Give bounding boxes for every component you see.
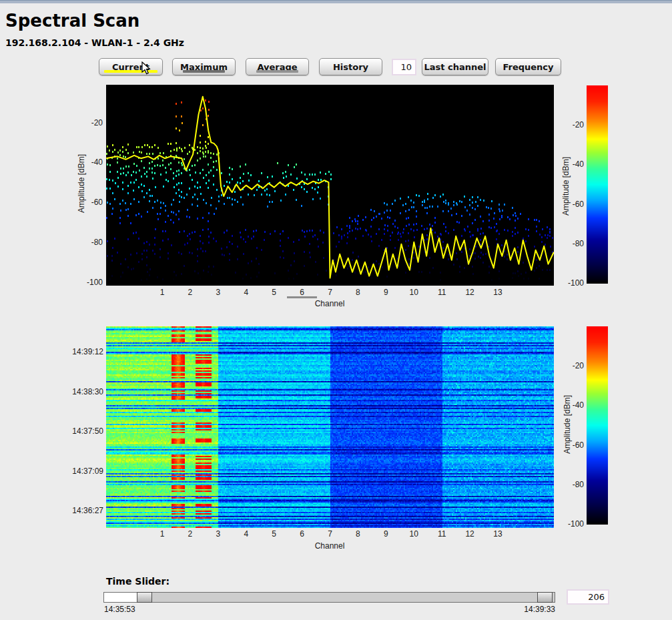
average-underline xyxy=(256,70,298,73)
spectral-y-tick: -60 xyxy=(71,198,103,207)
waterfall-x-tick: 2 xyxy=(180,529,200,539)
waterfall-x-tick: 3 xyxy=(208,529,228,539)
waterfall-x-tick: 5 xyxy=(264,529,284,539)
history-button-label: History xyxy=(333,62,368,72)
spectral-colorbar-tick: -40 xyxy=(556,160,584,169)
maximum-underline xyxy=(183,70,225,73)
waterfall-x-tick: 10 xyxy=(404,529,424,539)
waterfall-time-tick: 14:39:12 xyxy=(59,347,103,356)
waterfall-x-tick: 6 xyxy=(292,529,312,539)
waterfall-colorbar xyxy=(587,326,608,525)
spectral-x-tick: 11 xyxy=(432,288,452,297)
waterfall-time-tick: 14:38:30 xyxy=(59,387,103,396)
waterfall-x-axis-label: Channel xyxy=(296,541,363,551)
spectral-y-tick: -100 xyxy=(71,278,103,287)
waterfall-x-tick: 13 xyxy=(488,529,508,539)
history-count-input[interactable] xyxy=(392,59,416,75)
spectral-colorbar-label: Amplitude [dBm] xyxy=(561,146,571,226)
waterfall-x-tick: 8 xyxy=(348,529,368,539)
waterfall-heatmap xyxy=(106,326,554,528)
waterfall-x-tick: 7 xyxy=(320,529,340,539)
spectral-x-tick: 13 xyxy=(488,288,508,297)
spectral-x-tick: 7 xyxy=(320,288,340,297)
spectral-x-tick: 12 xyxy=(460,288,480,297)
frequency-button[interactable]: Frequency xyxy=(495,58,561,75)
waterfall-x-tick: 4 xyxy=(236,529,256,539)
waterfall-time-tick: 14:37:50 xyxy=(59,426,103,436)
last-channel-button-label: Last channel xyxy=(424,62,486,72)
waterfall-x-tick: 9 xyxy=(376,529,396,539)
spectral-x-tick: 6 xyxy=(292,288,312,297)
spectral-colorbar xyxy=(587,85,608,284)
page-title: Spectral Scan xyxy=(5,11,139,31)
spectral-colorbar-tick: -20 xyxy=(556,120,584,129)
spectral-y-tick: -80 xyxy=(71,238,103,247)
time-slider-start-label: 14:35:53 xyxy=(104,605,135,614)
device-subtitle: 192.168.2.104 - WLAN-1 - 2.4 GHz xyxy=(5,37,184,48)
spectral-colorbar-tick: -60 xyxy=(556,200,584,209)
waterfall-time-tick: 14:37:09 xyxy=(59,467,103,476)
spectral-scan-page: Spectral Scan 192.168.2.104 - WLAN-1 - 2… xyxy=(0,0,672,620)
time-slider-track[interactable] xyxy=(103,592,555,603)
spectral-scatter-plot xyxy=(106,85,554,286)
maximum-button[interactable]: Maximum xyxy=(172,58,236,75)
waterfall-colorbar-label: Amplitude [dBm] xyxy=(563,384,572,464)
time-slider-end-label: 14:39:33 xyxy=(509,605,555,614)
spectral-y-tick: -20 xyxy=(71,118,103,127)
time-slider-handle-left[interactable] xyxy=(137,592,152,603)
spectral-y-axis-label: Amplitude [dBm] xyxy=(77,143,86,224)
spectral-colorbar-tick: -80 xyxy=(556,239,584,248)
waterfall-colorbar-tick: -40 xyxy=(556,400,584,410)
waterfall-x-tick: 11 xyxy=(432,529,452,539)
spectral-x-tick: 3 xyxy=(208,288,228,297)
spectral-x-tick: 5 xyxy=(264,288,284,297)
waterfall-x-tick: 12 xyxy=(460,529,480,539)
frequency-button-label: Frequency xyxy=(502,62,553,72)
last-channel-button[interactable]: Last channel xyxy=(422,58,488,75)
spectral-x-tick: 10 xyxy=(404,288,424,297)
average-button[interactable]: Average xyxy=(246,58,309,75)
waterfall-time-tick: 14:36:27 xyxy=(59,506,103,515)
waterfall-colorbar-tick: -20 xyxy=(556,361,584,370)
current-active-underline xyxy=(104,70,157,73)
spectral-y-tick: -40 xyxy=(71,158,103,167)
waterfall-colorbar-tick: -60 xyxy=(556,440,584,450)
spectral-x-axis-label: Channel xyxy=(296,299,363,308)
time-slider-label: Time Slider: xyxy=(106,576,170,587)
time-slider-value-input[interactable] xyxy=(567,589,609,605)
history-button[interactable]: History xyxy=(319,58,382,75)
spectral-x-tick: 1 xyxy=(152,288,172,297)
spectral-x-tick: 9 xyxy=(376,288,396,297)
waterfall-colorbar-tick: -100 xyxy=(556,519,584,529)
spectral-colorbar-tick: -100 xyxy=(556,278,584,288)
time-slider-unselected-range xyxy=(104,593,137,602)
time-slider-handle-right[interactable] xyxy=(537,592,553,603)
waterfall-x-tick: 1 xyxy=(152,529,172,539)
window-top-strip xyxy=(0,0,672,3)
waterfall-colorbar-tick: -80 xyxy=(556,480,584,489)
current-button[interactable]: Current xyxy=(99,58,163,75)
spectral-x-tick: 2 xyxy=(180,288,200,297)
spectral-x-tick: 4 xyxy=(236,288,256,297)
spectral-x-tick: 8 xyxy=(348,288,368,297)
